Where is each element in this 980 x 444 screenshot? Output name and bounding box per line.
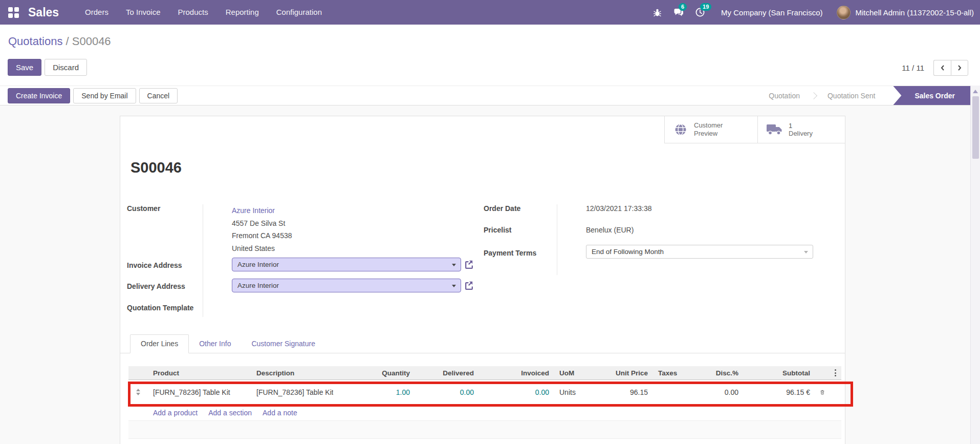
invoice-address-field-wrap: Azure Interior [232,258,473,271]
invoice-address-field[interactable]: Azure Interior [232,258,461,271]
pager-previous-button[interactable] [933,60,951,76]
trash-icon [820,388,824,396]
nav-item-orders[interactable]: Orders [76,0,117,25]
breadcrumb-quotations-link[interactable]: Quotations [8,35,62,48]
pager-next-button[interactable] [951,60,968,76]
cell-quantity[interactable]: 1.00 [333,388,415,396]
form-sheet: Customer Preview 1 Delivery S00046 Custo… [120,116,845,444]
quotation-template-field[interactable] [232,304,461,315]
apps-menu-icon[interactable] [8,7,19,18]
save-button[interactable]: Save [8,59,41,76]
pager-count: 11 / 11 [902,64,924,72]
order-date-value[interactable]: 12/03/2021 17:33:38 [586,204,651,213]
send-by-email-button[interactable]: Send by Email [73,88,136,103]
table-header-row: Product Description Quantity Delivered I… [128,366,841,380]
messages-button[interactable]: 6 [668,0,689,25]
order-lines-table: Product Description Quantity Delivered I… [128,366,841,420]
cancel-button[interactable]: Cancel [139,88,178,103]
smart-button-box: Customer Preview 1 Delivery [664,116,845,143]
optional-columns-toggle[interactable] [830,369,841,376]
discard-button[interactable]: Discard [45,59,87,76]
navbar-right: 6 19 My Company (San Francisco) Mitchell… [646,0,980,25]
add-a-product-link[interactable]: Add a product [153,409,198,417]
notebook-tabbar: Order Lines Other Info Customer Signatur… [120,335,845,353]
stage-quotation[interactable]: Quotation [758,92,811,100]
cell-invoiced[interactable]: 0.00 [493,388,554,396]
stage-quotation-sent[interactable]: Quotation Sent [817,92,886,100]
payment-terms-field[interactable]: End of Following Month [586,245,813,259]
nav-item-configuration[interactable]: Configuration [268,0,331,25]
delivery-address-field-wrap: Azure Interior [232,279,473,292]
nav-item-to-invoice[interactable]: To Invoice [117,0,169,25]
tab-customer-signature[interactable]: Customer Signature [241,335,325,353]
order-line-row[interactable]: [FURN_78236] Table Kit [FURN_78236] Tabl… [128,380,841,405]
dropdown-caret-icon [452,285,456,287]
nav-item-reporting[interactable]: Reporting [217,0,268,25]
delivery-address-external-link[interactable] [464,281,473,290]
row-drag-handle[interactable] [128,389,148,395]
dropdown-caret-icon [452,264,456,266]
form-group-right: Order Date 12/03/2021 17:33:38 Pricelist… [484,203,842,275]
delivery-button[interactable]: 1 Delivery [757,116,845,143]
scrollbar-thumb[interactable] [972,96,979,159]
customer-preview-button[interactable]: Customer Preview [664,116,757,143]
debug-bug-icon[interactable] [646,0,668,25]
cell-disc[interactable]: 0.00 [698,388,744,396]
external-link-icon [464,260,473,269]
customer-label: Customer [127,204,160,213]
bug-icon [653,8,662,17]
invoice-address-label: Invoice Address [127,261,182,269]
scroll-up-arrow-icon[interactable] [973,90,978,93]
payment-terms-label: Payment Terms [484,249,536,257]
delete-row-button[interactable] [815,388,830,396]
cell-unit-price[interactable]: 96.15 [584,388,653,396]
customer-preview-label: Customer Preview [694,121,734,138]
content-area: Customer Preview 1 Delivery S00046 Custo… [0,105,970,444]
delivery-address-value: Azure Interior [237,282,279,289]
stage-sales-order-active[interactable]: Sales Order [893,86,970,105]
cell-delivered[interactable]: 0.00 [415,388,479,396]
form-statusbar: Create Invoice Send by Email Cancel Quot… [0,86,970,105]
unit-price-column-header[interactable]: Unit Price [584,369,653,377]
tab-order-lines[interactable]: Order Lines [130,334,189,353]
taxes-column-header[interactable]: Taxes [653,369,698,377]
vertical-scrollbar[interactable] [970,86,980,444]
invoiced-column-header[interactable]: Invoiced [493,369,554,377]
company-switcher[interactable]: My Company (San Francisco) [721,8,822,17]
add-a-note-link[interactable]: Add a note [263,409,297,417]
tab-other-info[interactable]: Other Info [189,335,241,353]
activities-button[interactable]: 19 [689,0,711,25]
description-column-header[interactable]: Description [251,369,333,377]
app-brand[interactable]: Sales [28,6,59,19]
external-link-icon [464,281,473,290]
add-a-section-link[interactable]: Add a section [208,409,252,417]
stage-separator-icon [810,92,817,99]
drag-handle-icon [136,389,140,395]
delivery-address-field[interactable]: Azure Interior [232,279,461,292]
disc-column-header[interactable]: Disc.% [698,369,744,377]
globe-icon [673,122,688,137]
uom-column-header[interactable]: UoM [554,369,584,377]
product-column-header[interactable]: Product [148,369,251,377]
record-buttons: Save Discard [8,59,87,76]
quantity-column-header[interactable]: Quantity [333,369,415,377]
form-group-left: Customer Azure Interior 4557 De Silva St… [127,203,480,317]
breadcrumb: Quotations / S00046 [8,35,111,48]
nav-item-products[interactable]: Products [169,0,217,25]
invoice-address-external-link[interactable] [464,260,473,269]
cell-subtotal[interactable]: 96.15 € [744,388,815,396]
create-invoice-button[interactable]: Create Invoice [8,88,70,103]
cell-product[interactable]: [FURN_78236] Table Kit [148,388,251,396]
status-pipeline: Quotation Quotation Sent Sales Order [758,86,970,105]
cell-uom[interactable]: Units [554,388,584,396]
user-avatar[interactable] [837,6,851,19]
subtotal-column-header[interactable]: Subtotal [744,369,815,377]
cell-description[interactable]: [FURN_78236] Table Kit [251,388,333,396]
dropdown-caret-icon [804,251,808,253]
customer-address-line: Fremont CA 94538 [232,229,292,242]
delivered-column-header[interactable]: Delivered [415,369,479,377]
pricelist-value[interactable]: Benelux (EUR) [586,226,634,234]
customer-name-link[interactable]: Azure Interior [232,204,292,217]
delivery-label: Delivery [789,130,829,138]
user-menu[interactable]: Mitchell Admin (11372002-15-0-all) [855,8,974,17]
